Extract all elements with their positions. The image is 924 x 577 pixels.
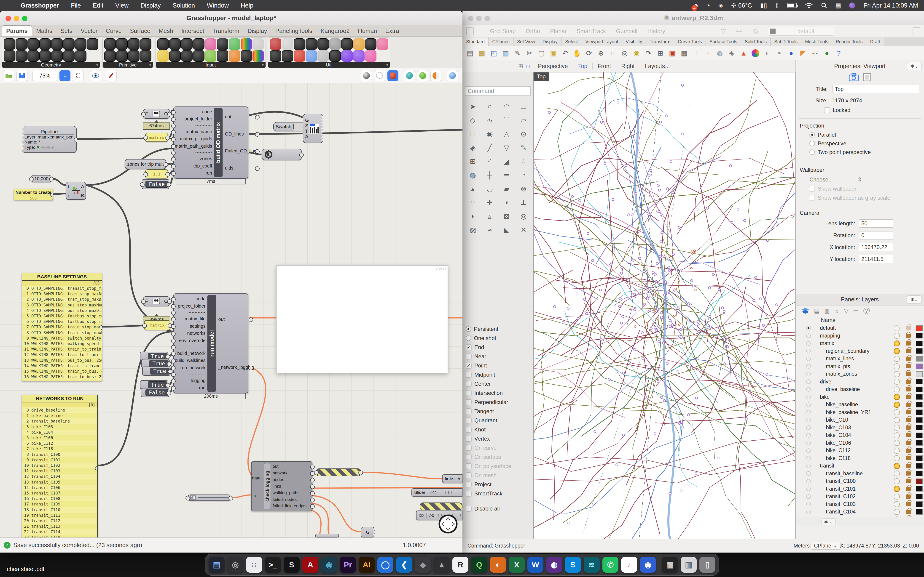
camera-field-value[interactable]: 50 (859, 219, 893, 227)
palette-tool-32[interactable]: ◗ (464, 210, 481, 223)
spotlight-icon[interactable] (821, 3, 827, 8)
build-od-output[interactable]: out (225, 114, 256, 119)
ribbon-icon[interactable] (128, 50, 139, 62)
trip-coeff-panel[interactable]: 1.1 (145, 169, 168, 179)
palette-tool-7[interactable]: ▱ (515, 113, 532, 127)
zoom-level-value[interactable]: 75% (32, 70, 57, 81)
layer-color-swatch[interactable] (916, 479, 922, 484)
layer-current-radio[interactable] (806, 441, 811, 445)
rhino-tab-viewport-layout[interactable]: Viewport Layout (582, 37, 622, 46)
rhino-tool-icon-16[interactable]: ⊞ (655, 48, 666, 58)
preview-settings-input[interactable]: S (305, 123, 309, 129)
osnap-vertex[interactable]: Vertex (466, 434, 532, 443)
palette-tool-2[interactable]: ◠ (498, 100, 515, 113)
ribbon-icon[interactable] (157, 50, 169, 62)
rhino-tool-icon-5[interactable]: ✂ (524, 48, 535, 58)
layer-visibility-bulb-icon[interactable] (894, 440, 900, 446)
layer-disclosure[interactable]: › (814, 448, 826, 453)
osnap-on-mesh[interactable]: On mesh (466, 471, 532, 480)
osnap-tangent[interactable]: Tangent (466, 407, 532, 416)
layer-lock-icon[interactable] (906, 425, 911, 430)
layer-disclosure[interactable]: ⌄ (814, 463, 820, 469)
rhino-tool-icon-1[interactable]: ▦ (477, 48, 487, 58)
build-od-output[interactable]: uids (225, 166, 256, 171)
ribbon-icon[interactable] (140, 39, 152, 50)
run-model-component[interactable]: codeproject_folder-----------matrix_file… (173, 293, 249, 393)
osnap-near[interactable]: Near (466, 352, 532, 361)
links-capsule[interactable]: links▼ (442, 474, 462, 483)
check-logging-output[interactable]: failed_link_endpts (273, 503, 311, 508)
ribbon-icon[interactable] (294, 39, 305, 50)
ribbon-icon[interactable] (63, 50, 74, 62)
layer-color-swatch[interactable] (916, 379, 922, 384)
layer-quick-field[interactable]: default (768, 27, 834, 35)
wallpaper-option[interactable]: Show wallpaper as gray scale (809, 195, 890, 201)
osnap-intersection[interactable]: Intersection (466, 388, 532, 398)
layer-visibility-bulb-icon[interactable] (894, 409, 900, 415)
save-file-button[interactable] (16, 70, 27, 81)
zones-note-panel[interactable]: zones for trip mult (124, 159, 166, 169)
battery-icon[interactable] (787, 3, 797, 8)
rhino-tab-select[interactable]: Select (562, 37, 582, 46)
layer-disclosure[interactable]: ⌄ (814, 395, 820, 400)
viewport-tab-right[interactable]: Right (616, 63, 640, 69)
ribbon-icon[interactable] (16, 39, 27, 50)
layer-row-bike_baseline_YR1[interactable]: ›bike_baseline_YR1 (796, 409, 924, 416)
layer-visibility-bulb-icon[interactable] (894, 425, 900, 430)
camera-field-value[interactable]: 0 (859, 231, 893, 240)
layer-visibility-bulb-icon[interactable] (894, 417, 900, 423)
viewport-title-field[interactable]: Top (832, 85, 919, 93)
layer-current-radio[interactable] (806, 334, 811, 338)
layer-row-transit[interactable]: ⌄transit (796, 462, 924, 470)
layer-current-radio[interactable] (806, 410, 811, 414)
palette-tool-9[interactable]: ◉ (481, 127, 498, 141)
ribbon-icon[interactable] (341, 50, 353, 62)
fan-temp-icon[interactable]: ✣ 66°C (731, 2, 752, 9)
display-mode-shaded-button[interactable] (388, 70, 398, 81)
toggle-ortho[interactable]: Ortho (526, 28, 540, 34)
rhino-tool-icon-21[interactable]: ◍ (714, 48, 725, 58)
layer-visibility-bulb-icon[interactable] (894, 471, 900, 477)
ribbon-icon[interactable] (116, 39, 128, 50)
rhino-tool-icon-9[interactable]: ✋ (572, 48, 582, 58)
layer-current-radio[interactable] (806, 479, 811, 484)
ribbon-icon[interactable] (104, 39, 116, 50)
gh-tab-maths[interactable]: Maths (32, 26, 57, 36)
build-od-input[interactable]: code (175, 109, 212, 114)
rhino-titlebar[interactable]: 🗎 antwerp_R2.3dm (462, 11, 924, 25)
ribbon-icon[interactable] (270, 50, 281, 62)
palette-tool-29[interactable]: ✚ (481, 196, 498, 210)
baseline-settings-panel[interactable]: BASELINE SETTINGS {0} 0OTTD_SAMPLING: tr… (22, 273, 102, 381)
slider-11[interactable]: Slider ◇11 (412, 488, 462, 496)
dock-icon-maps-app[interactable]: ◉ (640, 557, 656, 573)
osnap-on-surface[interactable]: On surface (466, 453, 532, 462)
rhino-tool-icon-23[interactable]: ▲ (738, 48, 749, 58)
ribbon-icon[interactable] (27, 50, 39, 62)
build-od-input[interactable]: zones (175, 156, 212, 161)
build-od-input[interactable]: ----------- (175, 124, 212, 127)
dock-icon-display-settings[interactable]: ▤ (208, 557, 225, 573)
palette-tool-6[interactable]: ⌒ (498, 113, 515, 127)
layer-lock-icon[interactable] (906, 395, 911, 399)
palette-tool-3[interactable]: ▭ (515, 100, 532, 113)
dock-icon-qgis[interactable]: Q (471, 557, 487, 573)
gh-tab-display[interactable]: Display (243, 26, 271, 36)
ribbon-icon[interactable] (87, 39, 99, 50)
palette-tool-19[interactable]: ∴ (515, 155, 532, 168)
ribbon-group-label[interactable]: Primitive▾ (103, 62, 153, 68)
layer-disclosure[interactable]: › (814, 425, 826, 430)
dock-icon-launchpad[interactable]: ∷ (246, 557, 262, 573)
dock-icon-rhino[interactable]: R (452, 557, 468, 573)
gh-tab-panelingtools[interactable]: PanelingTools (271, 26, 317, 36)
build-od-input[interactable]: matrix_path_guids (175, 143, 212, 149)
layer-current-radio[interactable] (806, 341, 811, 346)
ribbon-icon[interactable] (353, 50, 365, 62)
layer-row-transit_C102[interactable]: ›transit_C102 (796, 493, 924, 500)
layers-gear-button[interactable]: ✱⌄ (907, 295, 922, 304)
rhino-tool-icon-28[interactable]: ◤ (798, 48, 808, 58)
dock-icon-terminal[interactable]: >_ (265, 557, 281, 573)
rhino-tool-icon-25[interactable]: ◐ (762, 48, 772, 58)
zoom-button[interactable] (22, 16, 27, 21)
layer-color-swatch[interactable] (916, 440, 922, 446)
layer-disclosure[interactable]: › (814, 494, 826, 499)
